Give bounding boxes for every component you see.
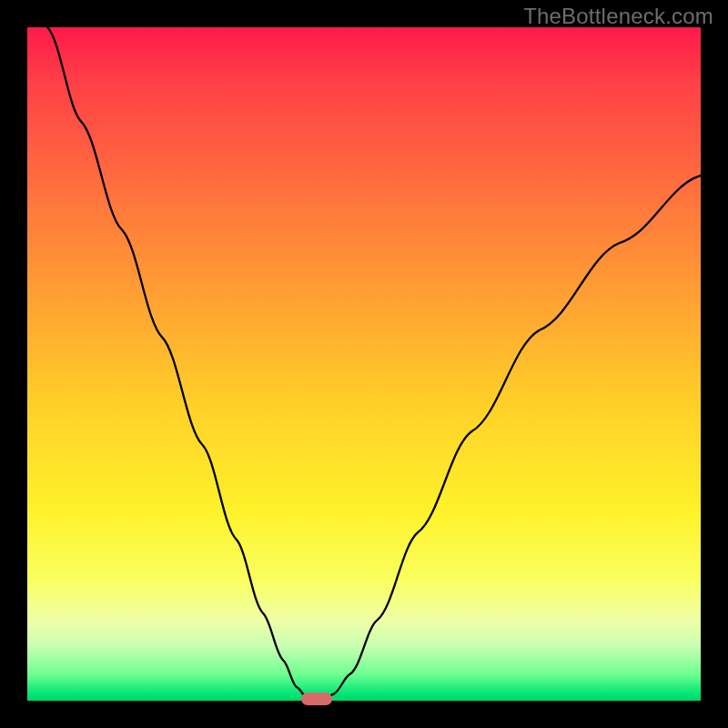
minimum-marker (301, 693, 332, 705)
curve-right-branch (324, 176, 701, 701)
plot-area (27, 27, 701, 701)
curve-left-branch (47, 27, 313, 701)
watermark-text: TheBottleneck.com (523, 4, 713, 29)
bottleneck-curve (27, 27, 701, 701)
chart-frame: TheBottleneck.com (0, 0, 728, 728)
